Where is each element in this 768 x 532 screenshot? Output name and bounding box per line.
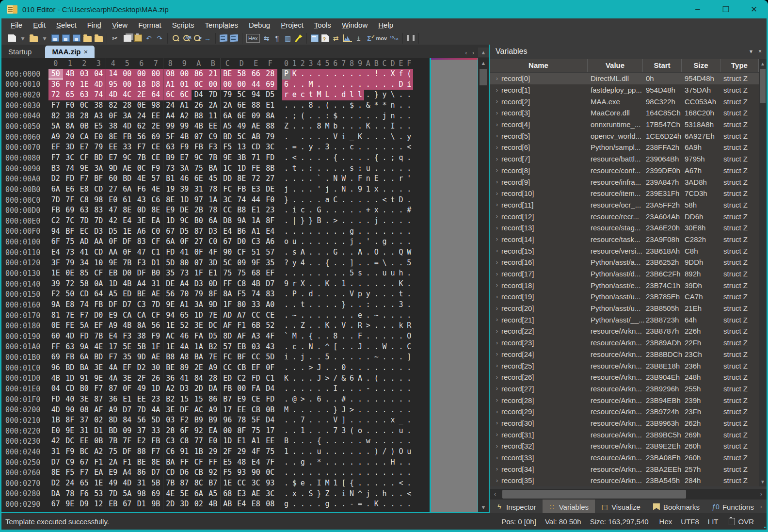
ascii-char[interactable]: .: [405, 237, 413, 247]
ascii-char[interactable]: 9: [356, 184, 364, 195]
ascii-char[interactable]: >: [348, 405, 356, 416]
ascii-char[interactable]: =: [356, 499, 364, 510]
ascii-char[interactable]: {: [323, 258, 331, 269]
hex-byte[interactable]: 30: [149, 363, 163, 373]
ascii-char[interactable]: .: [405, 100, 413, 111]
save-icon[interactable]: [51, 34, 59, 42]
ascii-char[interactable]: E: [372, 174, 381, 184]
replace-icon[interactable]: AB: [182, 34, 190, 42]
ascii-char[interactable]: q: [397, 153, 405, 163]
hex-byte[interactable]: 49: [134, 384, 149, 394]
ascii-char[interactable]: .: [315, 321, 323, 331]
hex-byte[interactable]: 6A: [206, 216, 221, 226]
ascii-char[interactable]: N: [348, 489, 356, 500]
ascii-char[interactable]: V: [348, 289, 356, 300]
ascii-char[interactable]: }: [339, 300, 348, 310]
ascii-char[interactable]: X: [299, 279, 307, 290]
ascii-char[interactable]: +: [364, 205, 372, 216]
ascii-char[interactable]: .: [364, 447, 372, 457]
ascii-char[interactable]: C: [331, 195, 339, 206]
ascii-char[interactable]: .: [323, 237, 331, 247]
ascii-char[interactable]: .: [389, 226, 397, 237]
ascii-char[interactable]: }: [315, 489, 323, 500]
hex-byte[interactable]: 1D: [235, 163, 249, 174]
hex-byte[interactable]: AB: [220, 499, 235, 510]
ascii-char[interactable]: .: [389, 499, 397, 510]
hex-byte[interactable]: 57: [149, 174, 163, 184]
ascii-char[interactable]: .: [323, 457, 331, 468]
hex-byte[interactable]: 10: [92, 258, 106, 269]
ascii-char[interactable]: .: [389, 310, 397, 321]
ascii-char[interactable]: .: [348, 247, 356, 258]
ascii-char[interactable]: ]: [405, 352, 413, 363]
hex-byte[interactable]: 03: [249, 342, 263, 353]
hex-byte[interactable]: 3A: [177, 163, 192, 174]
ascii-char[interactable]: W: [381, 342, 389, 353]
hex-byte[interactable]: E7: [106, 153, 120, 163]
hex-byte[interactable]: 94: [249, 90, 263, 100]
hex-byte[interactable]: FB: [235, 184, 249, 195]
expand-chevron-icon[interactable]: ›: [490, 397, 501, 403]
hex-byte[interactable]: 85: [77, 268, 92, 279]
ascii-char[interactable]: .: [372, 163, 381, 174]
variable-row[interactable]: ›record[6]Python/sampl...238FFA2h6A9hstr…: [490, 142, 759, 153]
ascii-char[interactable]: .: [331, 321, 339, 331]
hex-byte[interactable]: 12: [92, 499, 106, 510]
ascii-char[interactable]: .: [372, 331, 381, 342]
hex-byte[interactable]: EE: [77, 436, 92, 447]
ascii-char[interactable]: .: [348, 384, 356, 394]
hex-byte[interactable]: 7D: [106, 489, 120, 500]
ascii-char[interactable]: ;: [290, 111, 299, 122]
hex-byte[interactable]: 4E: [134, 174, 149, 184]
ascii-char[interactable]: .: [364, 405, 372, 416]
ascii-char[interactable]: .: [389, 468, 397, 478]
hex-byte[interactable]: EE: [134, 394, 149, 405]
hex-byte[interactable]: 5F: [163, 132, 177, 143]
ascii-char[interactable]: .: [405, 195, 413, 206]
hex-byte[interactable]: 57: [220, 342, 235, 353]
hex-byte[interactable]: F9: [149, 331, 163, 342]
ascii-char[interactable]: .: [307, 268, 315, 279]
ascii-char[interactable]: .: [307, 373, 315, 384]
undo-icon[interactable]: ↶: [145, 34, 153, 43]
ascii-char[interactable]: .: [339, 226, 348, 237]
hex-byte[interactable]: FC: [220, 352, 235, 363]
ascii-char[interactable]: .: [282, 300, 290, 310]
ascii-char[interactable]: g: [381, 237, 389, 247]
ascii-char[interactable]: `: [315, 174, 323, 184]
ascii-char[interactable]: 1: [331, 478, 339, 489]
hex-byte[interactable]: 3C: [263, 142, 278, 153]
ascii-char[interactable]: J: [356, 342, 364, 353]
hex-byte[interactable]: FB: [220, 384, 235, 394]
ascii-char[interactable]: .: [381, 184, 389, 195]
ascii-char[interactable]: .: [299, 436, 307, 447]
ascii-char[interactable]: C: [405, 342, 413, 353]
ascii-char[interactable]: i: [405, 80, 413, 90]
ascii-char[interactable]: .: [348, 174, 356, 184]
ascii-char[interactable]: .: [372, 195, 381, 206]
ascii-char[interactable]: R: [356, 321, 364, 331]
ascii-char[interactable]: .: [348, 468, 356, 478]
ascii-char[interactable]: .: [282, 478, 290, 489]
ascii-char[interactable]: .: [323, 80, 331, 90]
hex-byte[interactable]: A6: [263, 237, 278, 247]
ascii-char[interactable]: .: [397, 373, 405, 384]
hex-byte[interactable]: 6F: [177, 426, 192, 436]
ascii-char[interactable]: 3: [323, 142, 331, 153]
hex-byte[interactable]: BD: [106, 426, 120, 436]
ascii-char[interactable]: .: [405, 111, 413, 122]
hex-byte[interactable]: 7E: [206, 310, 221, 321]
hex-byte[interactable]: 36: [163, 373, 177, 384]
ascii-char[interactable]: .: [339, 111, 348, 122]
hex-byte[interactable]: 4C: [120, 90, 135, 100]
hex-byte[interactable]: C2: [235, 373, 249, 384]
hex-byte[interactable]: DE: [163, 279, 177, 290]
ascii-char[interactable]: s: [356, 268, 364, 279]
disassembly-icon[interactable]: mov: [376, 34, 387, 43]
hex-byte[interactable]: BE: [134, 457, 149, 468]
ascii-char[interactable]: .: [356, 363, 364, 373]
ascii-char[interactable]: .: [290, 100, 299, 111]
ascii-char[interactable]: #: [339, 394, 348, 405]
ascii-char[interactable]: g: [299, 457, 307, 468]
ascii-char[interactable]: .: [364, 468, 372, 478]
